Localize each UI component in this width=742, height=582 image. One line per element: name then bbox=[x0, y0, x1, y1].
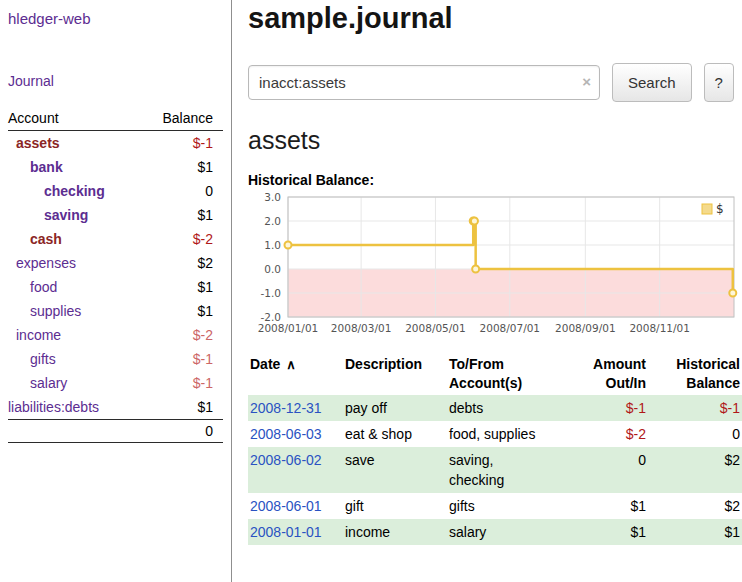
description-cell: pay off bbox=[343, 395, 447, 421]
nav-journal-link[interactable]: Journal bbox=[8, 73, 231, 89]
balance-cell: 0 bbox=[648, 421, 742, 447]
account-row: cash $-2 bbox=[8, 227, 223, 251]
accounts-cell: debts bbox=[447, 395, 566, 421]
svg-text:2.0: 2.0 bbox=[264, 215, 281, 227]
accounts-cell: food, supplies bbox=[447, 421, 566, 447]
search-input[interactable] bbox=[248, 65, 600, 100]
amount-cell: $-2 bbox=[566, 421, 648, 447]
register-header-amount: Amount Out/In bbox=[566, 353, 648, 395]
search-bar: × Search ? bbox=[248, 63, 742, 102]
description-cell: save bbox=[343, 447, 447, 493]
account-balance: $1 bbox=[140, 395, 223, 420]
accounts-cell: gifts bbox=[447, 493, 566, 519]
account-link-liabilities-debts[interactable]: liabilities:debts bbox=[8, 399, 99, 415]
date-link[interactable]: 2008-06-02 bbox=[250, 452, 322, 468]
table-row: 2008-01-01 income salary $1 $1 bbox=[248, 519, 742, 545]
account-link-salary[interactable]: salary bbox=[30, 375, 67, 391]
app: hledger-web Journal Account Balance asse… bbox=[0, 0, 742, 582]
account-row: expenses $2 bbox=[8, 251, 223, 275]
svg-text:2008/03/01: 2008/03/01 bbox=[331, 322, 392, 334]
svg-text:$: $ bbox=[716, 202, 724, 216]
account-balance: $-1 bbox=[140, 131, 223, 156]
account-link-gifts[interactable]: gifts bbox=[30, 351, 56, 367]
sort-ascending-icon: ∧ bbox=[286, 357, 296, 372]
account-row: assets $-1 bbox=[8, 131, 223, 156]
help-button[interactable]: ? bbox=[704, 63, 734, 102]
search-input-wrap: × bbox=[248, 65, 600, 100]
svg-text:3.0: 3.0 bbox=[264, 191, 281, 203]
account-balance: $-2 bbox=[140, 323, 223, 347]
svg-text:2008/11/01: 2008/11/01 bbox=[629, 322, 690, 334]
date-link[interactable]: 2008-06-01 bbox=[250, 498, 322, 514]
amount-cell: $1 bbox=[566, 493, 648, 519]
account-balance: $1 bbox=[140, 275, 223, 299]
accounts-header-account: Account bbox=[8, 107, 140, 131]
page-title: sample.journal bbox=[248, 2, 742, 35]
date-link[interactable]: 2008-12-31 bbox=[250, 400, 322, 416]
account-balance: 0 bbox=[140, 179, 223, 203]
svg-text:2008/07/01: 2008/07/01 bbox=[480, 322, 541, 334]
account-link-cash[interactable]: cash bbox=[30, 231, 62, 247]
svg-text:2008/09/01: 2008/09/01 bbox=[555, 322, 616, 334]
register-header-row: Date∧ Description To/From Account(s) Amo… bbox=[248, 353, 742, 395]
description-cell: income bbox=[343, 519, 447, 545]
register-header-description: Description bbox=[343, 353, 447, 395]
account-link-food[interactable]: food bbox=[30, 279, 57, 295]
accounts-total-row: 0 bbox=[8, 420, 223, 443]
account-row: liabilities:debts $1 bbox=[8, 395, 223, 420]
account-balance: $-1 bbox=[140, 371, 223, 395]
search-button[interactable]: Search bbox=[612, 63, 692, 102]
account-row: food $1 bbox=[8, 275, 223, 299]
account-row: bank $1 bbox=[8, 155, 223, 179]
accounts-header-row: Account Balance bbox=[8, 107, 223, 131]
account-balance: $1 bbox=[140, 203, 223, 227]
app-brand-link[interactable]: hledger-web bbox=[8, 10, 231, 27]
account-link-assets[interactable]: assets bbox=[16, 135, 60, 151]
account-row: supplies $1 bbox=[8, 299, 223, 323]
account-row: income $-2 bbox=[8, 323, 223, 347]
amount-cell: $-1 bbox=[566, 395, 648, 421]
historical-balance-chart: 3.02.01.00.0-1.0-2.02008/01/012008/03/01… bbox=[248, 191, 740, 341]
sidebar: hledger-web Journal Account Balance asse… bbox=[0, 0, 232, 582]
account-balance: $-2 bbox=[140, 227, 223, 251]
register-header-date[interactable]: Date∧ bbox=[248, 353, 343, 395]
account-balance: $1 bbox=[140, 155, 223, 179]
register-header-accounts: To/From Account(s) bbox=[447, 353, 566, 395]
account-row: salary $-1 bbox=[8, 371, 223, 395]
account-link-income[interactable]: income bbox=[16, 327, 61, 343]
amount-cell: $1 bbox=[566, 519, 648, 545]
svg-text:0.0: 0.0 bbox=[264, 263, 281, 275]
balance-cell: $2 bbox=[648, 493, 742, 519]
svg-text:-1.0: -1.0 bbox=[261, 287, 282, 299]
account-link-bank[interactable]: bank bbox=[30, 159, 63, 175]
main-content: sample.journal × Search ? assets Histori… bbox=[232, 0, 742, 582]
clear-search-icon[interactable]: × bbox=[582, 73, 591, 91]
account-link-supplies[interactable]: supplies bbox=[30, 303, 81, 319]
date-link[interactable]: 2008-06-03 bbox=[250, 426, 322, 442]
svg-text:1.0: 1.0 bbox=[264, 239, 281, 251]
account-row: saving $1 bbox=[8, 203, 223, 227]
register-table: Date∧ Description To/From Account(s) Amo… bbox=[248, 353, 742, 545]
balance-cell: $-1 bbox=[648, 395, 742, 421]
amount-cell: 0 bbox=[566, 447, 648, 493]
date-link[interactable]: 2008-01-01 bbox=[250, 524, 322, 540]
account-link-checking[interactable]: checking bbox=[44, 183, 105, 199]
account-heading: assets bbox=[248, 126, 742, 155]
account-link-saving[interactable]: saving bbox=[44, 207, 88, 223]
table-row: 2008-06-03 eat & shop food, supplies $-2… bbox=[248, 421, 742, 447]
accounts-header-balance: Balance bbox=[140, 107, 223, 131]
account-row: gifts $-1 bbox=[8, 347, 223, 371]
account-row: checking 0 bbox=[8, 179, 223, 203]
account-balance: $1 bbox=[140, 299, 223, 323]
table-row: 2008-06-02 save saving, checking 0 $2 bbox=[248, 447, 742, 493]
description-cell: gift bbox=[343, 493, 447, 519]
account-balance: $2 bbox=[140, 251, 223, 275]
chart-title: Historical Balance: bbox=[248, 172, 742, 188]
table-row: 2008-06-01 gift gifts $1 $2 bbox=[248, 493, 742, 519]
register-header-balance: Historical Balance bbox=[648, 353, 742, 395]
svg-text:2008/01/01: 2008/01/01 bbox=[258, 322, 319, 334]
account-link-expenses[interactable]: expenses bbox=[16, 255, 76, 271]
svg-text:2008/05/01: 2008/05/01 bbox=[405, 322, 466, 334]
table-row: 2008-12-31 pay off debts $-1 $-1 bbox=[248, 395, 742, 421]
accounts-total: 0 bbox=[140, 420, 223, 443]
